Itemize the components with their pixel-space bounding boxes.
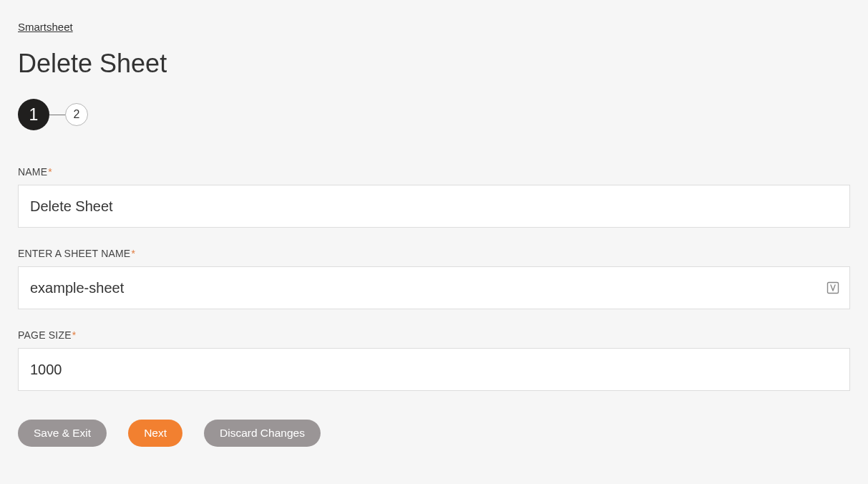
stepper: 1 2 — [18, 99, 850, 130]
field-sheet-name: ENTER A SHEET NAME* — [18, 248, 850, 309]
sheet-name-label-text: ENTER A SHEET NAME — [18, 248, 130, 259]
field-name: NAME* — [18, 166, 850, 228]
name-label-text: NAME — [18, 166, 47, 178]
save-exit-button[interactable]: Save & Exit — [18, 420, 107, 447]
page-size-input[interactable] — [18, 348, 850, 391]
discard-changes-button[interactable]: Discard Changes — [204, 420, 321, 447]
required-marker: * — [131, 248, 135, 259]
required-marker: * — [48, 166, 52, 178]
next-button[interactable]: Next — [128, 420, 182, 447]
name-input[interactable] — [18, 185, 850, 228]
button-row: Save & Exit Next Discard Changes — [18, 420, 850, 447]
page-title: Delete Sheet — [18, 49, 850, 79]
step-1[interactable]: 1 — [18, 99, 49, 130]
sheet-name-input-wrapper — [18, 266, 850, 309]
sheet-name-input[interactable] — [18, 266, 850, 309]
step-connector — [49, 115, 65, 115]
name-label: NAME* — [18, 166, 850, 178]
step-2[interactable]: 2 — [65, 103, 88, 126]
sheet-name-label: ENTER A SHEET NAME* — [18, 248, 850, 259]
breadcrumb-smartsheet[interactable]: Smartsheet — [18, 21, 73, 33]
page-size-label: PAGE SIZE* — [18, 329, 850, 341]
required-marker: * — [72, 329, 77, 341]
field-page-size: PAGE SIZE* — [18, 329, 850, 391]
page-size-label-text: PAGE SIZE — [18, 329, 72, 341]
